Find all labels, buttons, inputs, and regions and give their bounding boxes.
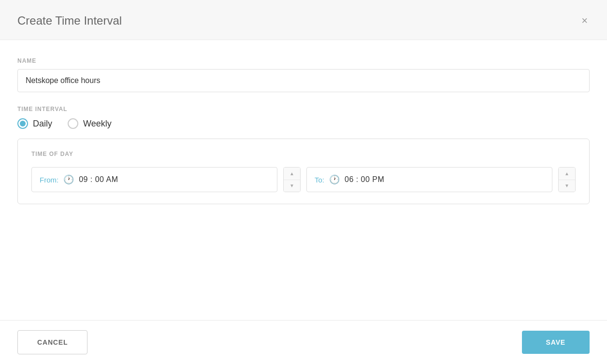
time-interval-label: TIME INTERVAL	[17, 106, 590, 112]
name-input[interactable]	[17, 69, 590, 92]
from-spinner-up[interactable]: ▲	[284, 168, 300, 180]
save-button[interactable]: SAVE	[522, 331, 590, 354]
to-prefix: To:	[315, 176, 324, 184]
daily-radio-label: Daily	[33, 119, 52, 129]
from-time-input[interactable]: From: 🕐 09 : 00 AM	[31, 167, 277, 192]
to-field-wrapper: To: 🕐 06 : 00 PM	[306, 167, 552, 192]
time-of-day-label: TIME OF DAY	[31, 151, 576, 157]
time-of-day-box: TIME OF DAY From: 🕐 09 : 00 AM ▲ ▼	[17, 139, 590, 204]
weekly-radio-button[interactable]	[68, 118, 78, 129]
daily-radio-button[interactable]	[17, 118, 28, 129]
weekly-radio-label: Weekly	[83, 119, 112, 129]
to-spinner-up[interactable]: ▲	[559, 168, 575, 180]
name-section: NAME	[17, 57, 590, 92]
modal-header: Create Time Interval ×	[0, 0, 607, 40]
interval-radio-group: Daily Weekly	[17, 118, 590, 129]
time-interval-section: TIME INTERVAL Daily Weekly TIME OF DAY	[17, 106, 590, 204]
from-clock-icon: 🕐	[63, 174, 74, 185]
create-time-interval-modal: Create Time Interval × NAME TIME INTERVA…	[0, 0, 607, 364]
to-time-spinner[interactable]: ▲ ▼	[558, 167, 576, 192]
daily-radio-option[interactable]: Daily	[17, 118, 52, 129]
to-time-input[interactable]: To: 🕐 06 : 00 PM	[306, 167, 552, 192]
to-clock-icon: 🕐	[329, 174, 340, 185]
time-fields-row: From: 🕐 09 : 00 AM ▲ ▼ To:	[31, 167, 576, 192]
name-label: NAME	[17, 57, 590, 64]
weekly-radio-option[interactable]: Weekly	[68, 118, 112, 129]
to-time-value: 06 : 00 PM	[345, 175, 384, 184]
modal-title: Create Time Interval	[17, 14, 122, 28]
from-time-value: 09 : 00 AM	[79, 175, 118, 184]
from-spinner-down[interactable]: ▼	[284, 180, 300, 192]
close-button[interactable]: ×	[579, 14, 590, 28]
to-spinner-down[interactable]: ▼	[559, 180, 575, 192]
cancel-button[interactable]: CANCEL	[17, 330, 87, 354]
from-field-wrapper: From: 🕐 09 : 00 AM	[31, 167, 277, 192]
modal-body: NAME TIME INTERVAL Daily Weekly TIME OF …	[0, 40, 607, 320]
from-prefix: From:	[40, 176, 58, 184]
modal-footer: CANCEL SAVE	[0, 320, 607, 364]
from-time-spinner[interactable]: ▲ ▼	[283, 167, 301, 192]
